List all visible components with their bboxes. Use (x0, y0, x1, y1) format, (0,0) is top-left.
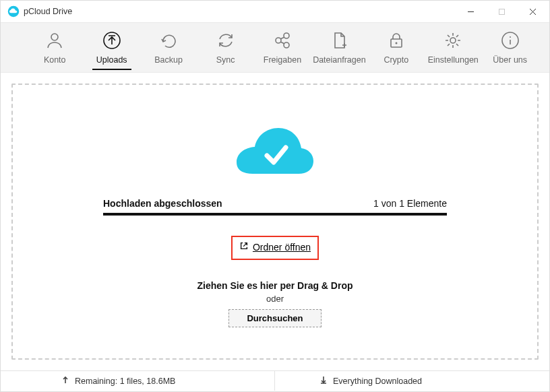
app-logo (7, 5, 20, 18)
tab-label: Uploads (92, 55, 131, 70)
svg-point-6 (284, 42, 289, 48)
status-remaining: Remaining: 1 files, 18.6MB (1, 371, 275, 391)
main-toolbar: Konto Uploads Backup Sync Freigaben Date… (1, 22, 549, 73)
dnd-instruction: Ziehen Sie es hier per Drag & Drop (197, 280, 353, 291)
tab-label: Konto (44, 55, 66, 65)
tab-crypto[interactable]: Crypto (368, 24, 425, 65)
svg-point-5 (284, 33, 289, 38)
downloaded-text: Everything Downloaded (333, 377, 422, 386)
svg-point-11 (510, 36, 511, 38)
account-icon (45, 28, 64, 53)
gear-icon (444, 28, 462, 53)
tab-label: Dateianfragen (313, 55, 366, 65)
tab-sync[interactable]: Sync (197, 24, 253, 65)
close-button[interactable] (517, 1, 548, 22)
tab-filerequests[interactable]: Dateianfragen (311, 24, 367, 65)
tab-about[interactable]: Über uns (482, 24, 539, 65)
drop-zone[interactable]: Hochladen abgeschlossen 1 von 1 Elemente… (11, 84, 539, 360)
open-folder-link[interactable]: Ordner öffnen (253, 242, 311, 253)
svg-point-9 (450, 38, 456, 43)
info-icon (501, 28, 520, 53)
browse-button[interactable]: Durchsuchen (228, 309, 321, 327)
remaining-text: Remaining: 1 files, 18.6MB (75, 377, 175, 386)
file-icon (330, 28, 348, 53)
tab-account[interactable]: Konto (26, 24, 83, 65)
svg-rect-1 (499, 9, 504, 14)
backup-icon (159, 28, 178, 53)
tab-settings[interactable]: Einstellungen (425, 24, 481, 65)
title-bar: pCloud Drive (1, 1, 549, 22)
tab-label: Einstellungen (428, 55, 479, 65)
window-title: pCloud Drive (24, 7, 455, 16)
main-content: Hochladen abgeschlossen 1 von 1 Elemente… (1, 73, 549, 370)
svg-point-4 (276, 38, 281, 43)
lock-icon (387, 28, 406, 53)
status-downloaded: Everything Downloaded (275, 371, 549, 391)
upload-status: Hochladen abgeschlossen (103, 198, 222, 209)
tab-label: Crypto (384, 55, 408, 65)
tab-label: Freigaben (264, 55, 301, 65)
uploads-icon (102, 28, 121, 53)
tab-uploads[interactable]: Uploads (83, 24, 140, 70)
svg-point-8 (395, 42, 397, 44)
minimize-button[interactable] (455, 1, 486, 22)
tab-backup[interactable]: Backup (140, 24, 197, 65)
tab-label: Über uns (493, 55, 527, 65)
tab-shares[interactable]: Freigaben (254, 24, 311, 65)
svg-point-2 (51, 34, 58, 40)
cloud-check-icon (235, 125, 315, 178)
or-text: oder (266, 294, 284, 304)
open-folder-highlight: Ordner öffnen (231, 236, 319, 260)
tab-label: Backup (154, 55, 183, 65)
progress-bar (103, 213, 447, 216)
sync-icon (216, 28, 235, 53)
upload-status-row: Hochladen abgeschlossen 1 von 1 Elemente (103, 198, 447, 209)
tab-label: Sync (216, 55, 235, 65)
upload-count: 1 von 1 Elemente (373, 198, 447, 209)
maximize-button[interactable] (486, 1, 517, 22)
share-icon (273, 28, 292, 53)
external-link-icon (239, 241, 249, 253)
download-arrow-icon (319, 376, 328, 386)
status-bar: Remaining: 1 files, 18.6MB Everything Do… (1, 370, 549, 391)
upload-arrow-icon (61, 376, 69, 386)
